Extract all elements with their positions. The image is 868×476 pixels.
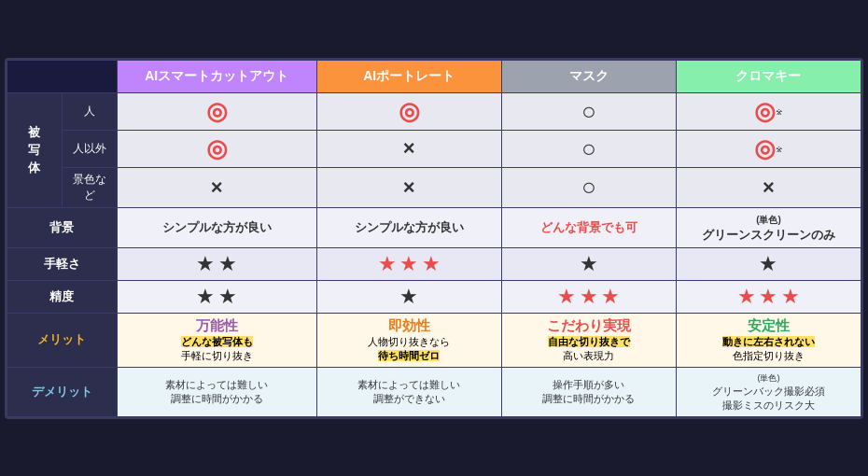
star-icon: ★ (580, 285, 598, 308)
demerit-c3: 操作手順が多い 調整に時間がかかる (501, 367, 676, 416)
double-circle-icon: ◎ (206, 97, 228, 125)
demerit-row-label: デメリット (7, 367, 118, 416)
person-c4: ◎※ (676, 92, 861, 130)
merit-row: メリット 万能性 どんな被写体も 手軽に切り抜き 即効性 人物切り抜きなら 待ち… (7, 313, 861, 367)
merit-c4: 安定性 動きに左右されない 色指定切り抜き (676, 313, 861, 367)
merit-c4-highlight: 動きに左右されない (722, 336, 815, 347)
subject-row-label: 被写体 (7, 92, 63, 207)
cross-icon: × (763, 175, 775, 199)
circle-icon: ○ (581, 134, 596, 162)
nonperson-c1: ◎ (117, 130, 316, 167)
star-icon: ★ (759, 285, 777, 308)
star-icon: ★ (378, 252, 397, 275)
col1-label: AIスマートカットアウト (145, 68, 288, 83)
star-icon: ★ (781, 285, 800, 308)
demerit-c3-line1: 操作手順が多い (553, 379, 624, 390)
col-header-chroma: クロマキー (676, 60, 861, 92)
scenery-c2: × (316, 167, 501, 207)
cross-icon: × (403, 175, 415, 199)
precision-c4: ★ ★ ★ (676, 280, 861, 313)
col-header-ai-portrait: AIポートレート (316, 60, 501, 92)
circle-icon: ○ (581, 97, 596, 125)
demerit-c1-line1: 素材によっては難しい (165, 379, 268, 390)
demerit-c2-line2: 調整ができない (373, 393, 445, 404)
circle-icon: ○ (581, 173, 596, 201)
person-c3: ○ (501, 92, 676, 130)
col-header-mask: マスク (501, 60, 676, 92)
col3-label: マスク (569, 68, 609, 83)
double-circle-icon: ◎ (206, 134, 228, 162)
sub-label-person: 人 (62, 92, 117, 130)
merit-c1-text: 手軽に切り抜き (181, 350, 253, 361)
bg-c1: シンプルな方が良い (117, 207, 316, 247)
demerit-c4-line2: 撮影ミスのリスク大 (722, 399, 815, 411)
merit-c1-highlight: どんな被写体も (181, 336, 253, 347)
star-icon: ★ (759, 252, 777, 275)
header-row: AIスマートカットアウト AIポートレート マスク クロマキー (7, 60, 861, 92)
merit-c4-title: 安定性 (682, 317, 855, 335)
subject-row-scenery: 景色など × × ○ × (7, 167, 861, 207)
star-icon: ★ (557, 285, 576, 308)
subject-row-person: 被写体 人 ◎ ◎ ○ ◎※ (7, 92, 861, 130)
merit-c1-body: どんな被写体も 手軽に切り抜き (123, 335, 311, 363)
star-icon: ★ (399, 252, 418, 275)
comparison-table: AIスマートカットアウト AIポートレート マスク クロマキー 被写体 (5, 58, 863, 419)
precision-row-label: 精度 (7, 280, 118, 313)
star-icon: ★ (737, 285, 756, 308)
ease-c3: ★ (501, 247, 676, 280)
precision-c3: ★ ★ ★ (501, 280, 676, 313)
star-icon: ★ (218, 285, 237, 308)
scenery-c1: × (117, 167, 316, 207)
merit-c2-text1: 人物切り抜きなら (368, 336, 450, 347)
nonperson-c4: ◎※ (676, 130, 861, 167)
merit-c2-highlight: 待ち時間ゼロ (378, 350, 440, 361)
col2-label: AIポートレート (363, 68, 455, 83)
ease-c4: ★ (676, 247, 861, 280)
bg-row-label: 背景 (7, 207, 118, 247)
demerit-c4: (単色) グリーンバック撮影必須 撮影ミスのリスク大 (676, 367, 861, 416)
scenery-c3: ○ (501, 167, 676, 207)
ease-row-label: 手軽さ (7, 247, 118, 280)
merit-c3: こだわり実現 自由な切り抜きで 高い表現力 (501, 313, 676, 367)
precision-c1: ★ ★ (117, 280, 316, 313)
star-icon: ★ (601, 285, 620, 308)
demerit-row: デメリット 素材によっては難しい 調整に時間がかかる 素材によっては難しい 調整… (7, 367, 861, 416)
corner-cell (7, 60, 118, 92)
sub-label-scenery: 景色など (62, 167, 117, 207)
merit-c1: 万能性 どんな被写体も 手軽に切り抜き (117, 313, 316, 367)
star-icon: ★ (218, 252, 237, 275)
sub-label-nonperson: 人以外 (62, 130, 117, 167)
nonperson-c3: ○ (501, 130, 676, 167)
precision-row: 精度 ★ ★ ★ ★ ★ ★ ★ ★ ★ (7, 280, 861, 313)
demerit-c1: 素材によっては難しい 調整に時間がかかる (117, 367, 316, 416)
demerit-c1-line2: 調整に時間がかかる (171, 393, 263, 404)
background-row: 背景 シンプルな方が良い シンプルな方が良い どんな背景でも可 (単色) グリー… (7, 207, 861, 247)
demerit-c3-line2: 調整に時間がかかる (542, 393, 635, 404)
merit-c2-title: 即効性 (323, 317, 496, 335)
double-circle-icon: ◎ (399, 97, 420, 125)
col-header-ai-smart: AIスマートカットアウト (117, 60, 316, 92)
nonperson-c2: × (316, 130, 501, 167)
person-c2: ◎ (316, 92, 501, 130)
merit-c3-highlight: 自由な切り抜きで (548, 336, 630, 347)
precision-c2: ★ (316, 280, 501, 313)
merit-c3-title: こだわり実現 (508, 317, 670, 335)
subject-label-text: 被写体 (13, 124, 56, 176)
merit-c1-title: 万能性 (123, 317, 311, 335)
person-c1: ◎ (117, 92, 316, 130)
merit-c3-body: 自由な切り抜きで 高い表現力 (508, 335, 670, 363)
bg-c4: (単色) グリーンスクリーンのみ (676, 207, 861, 247)
demerit-c2-line1: 素材によっては難しい (357, 379, 460, 390)
merit-c4-text: 色指定切り抜き (733, 350, 805, 361)
star-icon: ★ (399, 285, 418, 308)
star-icon: ★ (580, 252, 598, 275)
star-icon: ★ (196, 285, 215, 308)
ease-c1: ★ ★ (117, 247, 316, 280)
cross-icon: × (211, 175, 223, 199)
star-icon: ★ (422, 252, 441, 275)
bg-c3: どんな背景でも可 (501, 207, 676, 247)
merit-c3-text: 高い表現力 (563, 350, 614, 361)
double-circle-icon: ◎ (754, 134, 776, 162)
merit-c4-body: 動きに左右されない 色指定切り抜き (682, 335, 855, 363)
ease-row: 手軽さ ★ ★ ★ ★ ★ ★ ★ (7, 247, 861, 280)
